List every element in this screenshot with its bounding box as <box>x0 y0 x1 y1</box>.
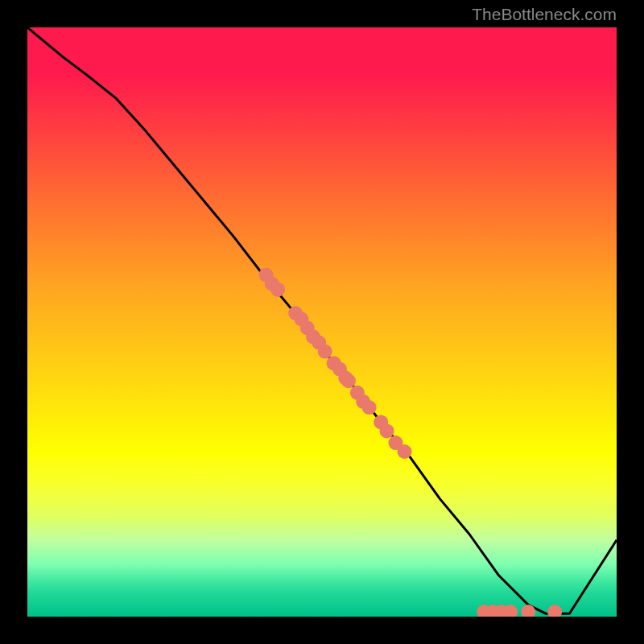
chart-svg <box>27 27 617 617</box>
data-marker <box>341 374 356 388</box>
curve-line <box>27 27 617 613</box>
watermark-text: TheBottleneck.com <box>472 5 617 24</box>
data-marker <box>362 400 377 415</box>
data-marker <box>270 283 285 297</box>
data-marker <box>547 605 562 617</box>
data-marker <box>318 345 332 359</box>
data-marker <box>398 444 412 459</box>
data-marker <box>380 423 394 438</box>
chart-container: TheBottleneck.com <box>0 0 644 644</box>
